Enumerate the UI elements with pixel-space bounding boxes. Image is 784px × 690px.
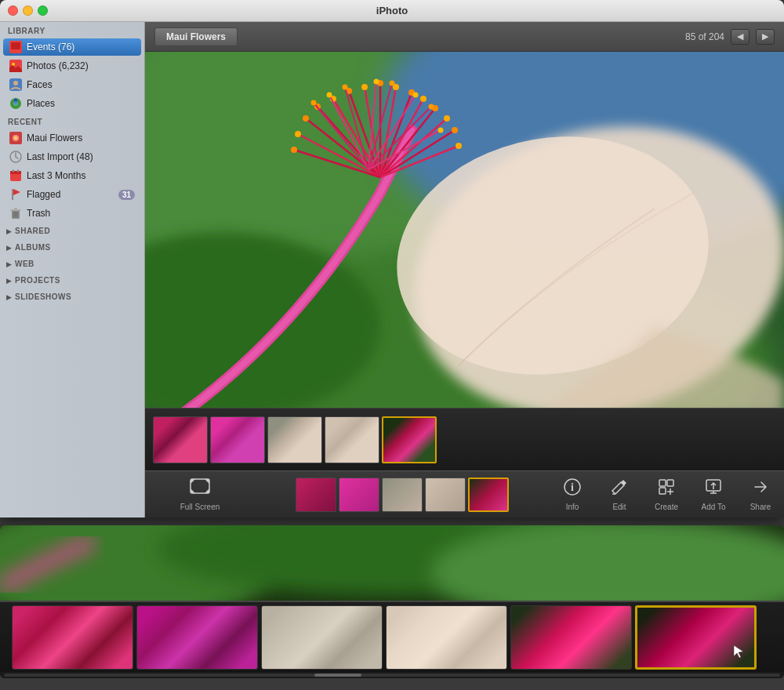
projects-label: PROJECTS [15, 276, 60, 285]
info-button[interactable]: i Info [557, 478, 588, 511]
svg-rect-83 [659, 488, 666, 494]
sidebar: LIBRARY Events (76) Photos (6,232) Faces [0, 22, 145, 518]
svg-rect-77 [191, 479, 209, 493]
toolbar-thumb-5-active[interactable] [468, 478, 509, 512]
svg-point-76 [438, 128, 444, 133]
slideshows-expander[interactable]: ▶ SLIDESHOWS [0, 289, 144, 305]
svg-rect-16 [17, 169, 19, 172]
photos-icon [9, 60, 22, 72]
create-button[interactable]: Create [651, 478, 682, 511]
large-thumb-5[interactable] [510, 605, 632, 670]
svg-point-49 [361, 84, 368, 90]
svg-rect-1 [11, 42, 20, 49]
svg-point-55 [444, 115, 450, 122]
second-window-top [0, 525, 784, 601]
web-arrow: ▶ [6, 260, 12, 268]
edit-button[interactable]: Edit [604, 478, 635, 511]
large-thumb-1[interactable] [12, 605, 133, 670]
counter-text: 85 of 204 [685, 31, 724, 42]
projects-expander[interactable]: ▶ PROJECTS [0, 272, 144, 289]
events-icon [9, 41, 22, 53]
toolbar-thumb-3[interactable] [382, 478, 423, 512]
scroll-thumb[interactable] [314, 674, 361, 677]
filmstrip-thumb-4[interactable] [325, 416, 379, 463]
web-expander[interactable]: ▶ WEB [0, 256, 144, 272]
svg-point-11 [14, 136, 17, 140]
scroll-track [4, 674, 780, 677]
faces-icon [9, 78, 22, 91]
toolbar-thumb-4[interactable] [425, 478, 466, 512]
flagged-icon [9, 188, 22, 201]
svg-rect-14 [10, 171, 21, 174]
svg-rect-2 [10, 49, 21, 52]
filmstrip-thumb-5[interactable] [382, 416, 437, 463]
next-photo-button[interactable]: ▶ [756, 29, 775, 45]
places-label: Places [27, 98, 55, 109]
info-label: Info [566, 503, 579, 511]
fullscreen-icon [189, 478, 211, 501]
title-bar: iPhoto [0, 0, 784, 22]
toolbar-actions: i Info Edit Create [557, 478, 776, 511]
prev-arrow: ◀ [737, 31, 743, 42]
close-button[interactable] [8, 5, 18, 16]
large-thumb-2[interactable] [136, 605, 258, 670]
add-to-label: Add To [702, 503, 726, 511]
toolbar-thumb-2[interactable] [339, 478, 379, 512]
svg-point-60 [291, 147, 297, 153]
filmstrip-thumb-3[interactable] [267, 416, 322, 463]
sidebar-item-maui-flowers[interactable]: Maui Flowers [3, 129, 141, 147]
filmstrip-thumb-2[interactable] [210, 416, 265, 463]
trash-icon [9, 207, 22, 220]
add-to-button[interactable]: Add To [698, 478, 729, 511]
sidebar-item-photos[interactable]: Photos (6,232) [3, 57, 141, 74]
fullscreen-button[interactable]: Full Screen [153, 478, 247, 511]
toolbar-thumb-1[interactable] [296, 478, 336, 512]
add-to-icon [704, 478, 723, 501]
albums-expander[interactable]: ▶ ALBUMS [0, 239, 144, 256]
photo-display[interactable] [145, 52, 784, 408]
share-button[interactable]: Share [745, 478, 776, 511]
photo-header: Maui Flowers 85 of 204 ◀ ▶ [145, 22, 784, 52]
create-icon [657, 478, 676, 501]
svg-point-73 [390, 81, 395, 86]
toolbar-filmstrip-preview [247, 478, 557, 512]
svg-point-58 [303, 115, 309, 122]
scroll-bar[interactable] [0, 672, 784, 678]
shared-expander[interactable]: ▶ SHARED [0, 223, 144, 239]
minimize-button[interactable] [23, 5, 33, 16]
albums-label: ALBUMS [15, 243, 51, 252]
events-label: Events (76) [27, 42, 74, 53]
svg-point-74 [413, 93, 419, 98]
svg-rect-81 [659, 480, 666, 486]
sidebar-item-places[interactable]: Places [3, 95, 141, 112]
svg-rect-15 [13, 169, 14, 172]
sidebar-item-faces[interactable]: Faces [3, 76, 141, 93]
sidebar-item-events[interactable]: Events (76) [3, 38, 141, 56]
main-content: LIBRARY Events (76) Photos (6,232) Faces [0, 22, 784, 518]
sidebar-item-last-import[interactable]: Last Import (48) [3, 148, 141, 165]
albums-arrow: ▶ [6, 244, 12, 252]
info-icon: i [563, 478, 582, 501]
svg-point-70 [327, 93, 332, 98]
last-3-months-label: Last 3 Months [27, 170, 85, 181]
second-filmstrip [0, 601, 784, 673]
prev-photo-button[interactable]: ◀ [731, 29, 750, 45]
sidebar-item-last-3-months[interactable]: Last 3 Months [3, 167, 141, 184]
shared-arrow: ▶ [6, 227, 12, 235]
svg-point-88 [431, 525, 784, 601]
large-thumb-6-active[interactable] [635, 605, 757, 670]
sidebar-item-trash[interactable]: Trash [3, 205, 141, 222]
edit-label: Edit [612, 503, 626, 511]
filmstrip-thumb-1[interactable] [153, 416, 208, 463]
last-import-label: Last Import (48) [27, 151, 93, 162]
svg-rect-17 [12, 189, 13, 200]
photos-label: Photos (6,232) [27, 60, 89, 71]
album-name-tag[interactable]: Maui Flowers [154, 27, 238, 46]
flagged-label: Flagged [27, 189, 60, 200]
large-thumb-4[interactable] [386, 605, 507, 670]
large-thumb-3[interactable] [261, 605, 383, 670]
maximize-button[interactable] [38, 5, 48, 16]
create-label: Create [655, 503, 678, 511]
main-photo [145, 52, 784, 408]
sidebar-item-flagged[interactable]: Flagged 31 [3, 186, 141, 203]
